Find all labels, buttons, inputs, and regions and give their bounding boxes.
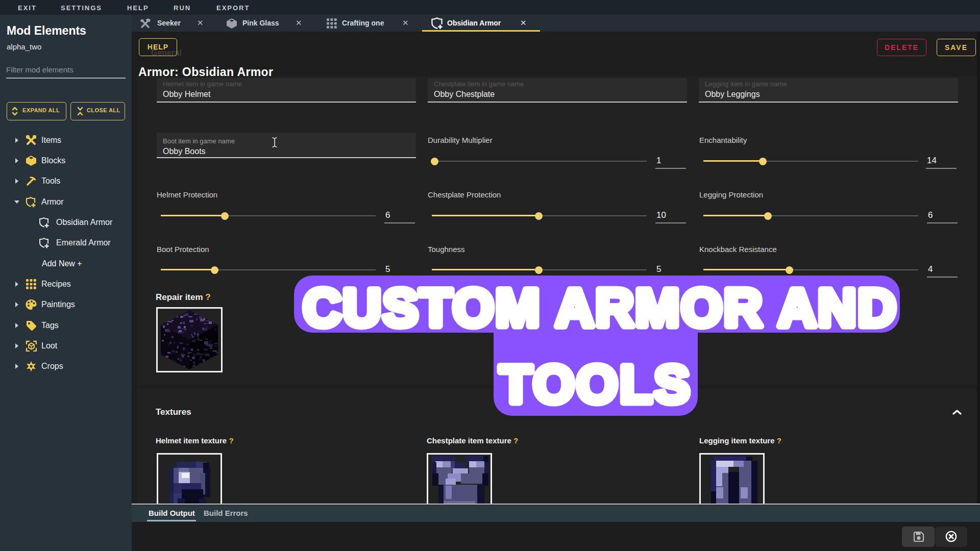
- svg-text:CUSTOM ARMOR AND: CUSTOM ARMOR AND: [303, 278, 898, 337]
- svg-text:TOOLS: TOOLS: [500, 355, 692, 414]
